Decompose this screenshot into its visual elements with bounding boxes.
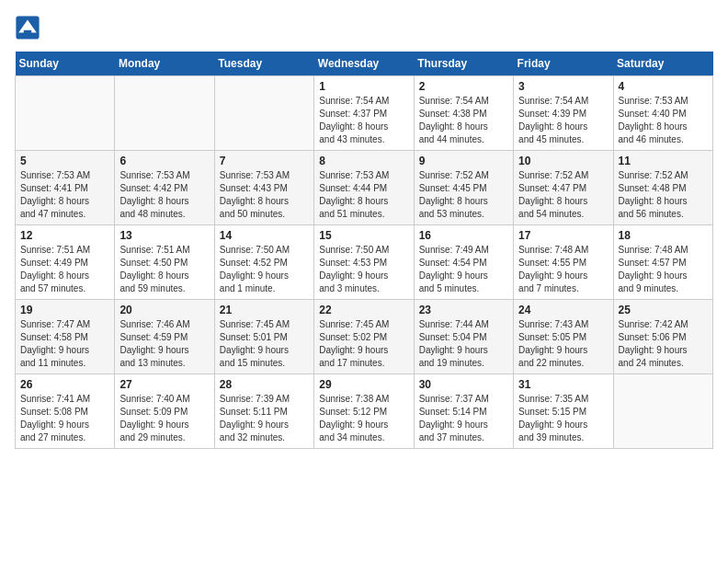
day-info: Sunrise: 7:48 AM Sunset: 4:57 PM Dayligh… xyxy=(619,244,708,295)
day-number: 24 xyxy=(518,304,608,316)
calendar-cell: 21Sunrise: 7:45 AM Sunset: 5:01 PM Dayli… xyxy=(214,300,313,374)
day-number: 9 xyxy=(419,155,508,167)
day-number: 25 xyxy=(619,304,708,316)
day-header-wednesday: Wednesday xyxy=(314,52,414,76)
calendar-table: SundayMondayTuesdayWednesdayThursdayFrid… xyxy=(15,52,713,449)
day-info: Sunrise: 7:52 AM Sunset: 4:47 PM Dayligh… xyxy=(518,169,608,221)
calendar-cell xyxy=(214,76,313,151)
day-info: Sunrise: 7:53 AM Sunset: 4:41 PM Dayligh… xyxy=(20,169,109,221)
day-number: 15 xyxy=(319,229,408,242)
day-header-row: SundayMondayTuesdayWednesdayThursdayFrid… xyxy=(16,52,713,76)
calendar-cell: 3Sunrise: 7:54 AM Sunset: 4:39 PM Daylig… xyxy=(514,76,613,151)
day-header-friday: Friday xyxy=(514,52,613,76)
calendar-cell xyxy=(16,76,115,151)
logo-icon xyxy=(15,15,40,40)
day-info: Sunrise: 7:52 AM Sunset: 4:48 PM Dayligh… xyxy=(619,169,708,221)
calendar-cell: 15Sunrise: 7:50 AM Sunset: 4:53 PM Dayli… xyxy=(314,225,414,300)
calendar-cell: 13Sunrise: 7:51 AM Sunset: 4:50 PM Dayli… xyxy=(115,225,214,300)
day-info: Sunrise: 7:45 AM Sunset: 5:01 PM Dayligh… xyxy=(220,318,309,370)
day-info: Sunrise: 7:38 AM Sunset: 5:12 PM Dayligh… xyxy=(319,393,408,444)
calendar-cell: 17Sunrise: 7:48 AM Sunset: 4:55 PM Dayli… xyxy=(514,225,613,300)
day-number: 19 xyxy=(20,304,109,316)
day-info: Sunrise: 7:54 AM Sunset: 4:37 PM Dayligh… xyxy=(319,95,408,146)
day-number: 5 xyxy=(20,155,109,167)
day-info: Sunrise: 7:53 AM Sunset: 4:44 PM Dayligh… xyxy=(319,169,408,221)
calendar-cell: 5Sunrise: 7:53 AM Sunset: 4:41 PM Daylig… xyxy=(16,151,115,225)
day-info: Sunrise: 7:47 AM Sunset: 4:58 PM Dayligh… xyxy=(20,318,109,370)
day-info: Sunrise: 7:50 AM Sunset: 4:52 PM Dayligh… xyxy=(220,244,309,295)
calendar-cell: 2Sunrise: 7:54 AM Sunset: 4:38 PM Daylig… xyxy=(414,76,513,151)
day-info: Sunrise: 7:51 AM Sunset: 4:49 PM Dayligh… xyxy=(20,244,109,295)
calendar-cell: 12Sunrise: 7:51 AM Sunset: 4:49 PM Dayli… xyxy=(16,225,115,300)
calendar-cell: 27Sunrise: 7:40 AM Sunset: 5:09 PM Dayli… xyxy=(115,374,214,449)
calendar-cell: 28Sunrise: 7:39 AM Sunset: 5:11 PM Dayli… xyxy=(214,374,313,449)
day-info: Sunrise: 7:53 AM Sunset: 4:43 PM Dayligh… xyxy=(220,169,309,221)
day-number: 2 xyxy=(419,80,508,93)
calendar-week-5: 26Sunrise: 7:41 AM Sunset: 5:08 PM Dayli… xyxy=(16,374,713,449)
day-info: Sunrise: 7:40 AM Sunset: 5:09 PM Dayligh… xyxy=(119,393,209,444)
day-number: 20 xyxy=(119,304,209,316)
day-header-saturday: Saturday xyxy=(613,52,712,76)
day-number: 12 xyxy=(20,229,109,242)
calendar-cell: 11Sunrise: 7:52 AM Sunset: 4:48 PM Dayli… xyxy=(613,151,712,225)
day-info: Sunrise: 7:39 AM Sunset: 5:11 PM Dayligh… xyxy=(220,393,309,444)
day-number: 3 xyxy=(518,80,608,93)
calendar-cell: 22Sunrise: 7:45 AM Sunset: 5:02 PM Dayli… xyxy=(314,300,414,374)
day-info: Sunrise: 7:54 AM Sunset: 4:38 PM Dayligh… xyxy=(419,95,508,146)
day-info: Sunrise: 7:45 AM Sunset: 5:02 PM Dayligh… xyxy=(319,318,408,370)
day-number: 22 xyxy=(319,304,408,316)
calendar-cell xyxy=(115,76,214,151)
calendar-week-1: 1Sunrise: 7:54 AM Sunset: 4:37 PM Daylig… xyxy=(16,76,713,151)
day-number: 4 xyxy=(619,80,708,93)
day-number: 29 xyxy=(319,378,408,391)
day-number: 27 xyxy=(119,378,209,391)
calendar-cell: 1Sunrise: 7:54 AM Sunset: 4:37 PM Daylig… xyxy=(314,76,414,151)
day-number: 16 xyxy=(419,229,508,242)
day-number: 26 xyxy=(20,378,109,391)
day-info: Sunrise: 7:41 AM Sunset: 5:08 PM Dayligh… xyxy=(20,393,109,444)
calendar-cell xyxy=(613,374,712,449)
day-info: Sunrise: 7:53 AM Sunset: 4:40 PM Dayligh… xyxy=(619,95,708,146)
day-number: 7 xyxy=(220,155,309,167)
calendar-cell: 4Sunrise: 7:53 AM Sunset: 4:40 PM Daylig… xyxy=(613,76,712,151)
day-number: 18 xyxy=(619,229,708,242)
calendar-cell: 31Sunrise: 7:35 AM Sunset: 5:15 PM Dayli… xyxy=(514,374,613,449)
day-info: Sunrise: 7:46 AM Sunset: 4:59 PM Dayligh… xyxy=(119,318,209,370)
day-header-tuesday: Tuesday xyxy=(214,52,313,76)
day-info: Sunrise: 7:43 AM Sunset: 5:05 PM Dayligh… xyxy=(518,318,608,370)
calendar-cell: 24Sunrise: 7:43 AM Sunset: 5:05 PM Dayli… xyxy=(514,300,613,374)
day-info: Sunrise: 7:42 AM Sunset: 5:06 PM Dayligh… xyxy=(619,318,708,370)
calendar-cell: 30Sunrise: 7:37 AM Sunset: 5:14 PM Dayli… xyxy=(414,374,513,449)
calendar-cell: 26Sunrise: 7:41 AM Sunset: 5:08 PM Dayli… xyxy=(16,374,115,449)
day-info: Sunrise: 7:35 AM Sunset: 5:15 PM Dayligh… xyxy=(518,393,608,444)
calendar-cell: 10Sunrise: 7:52 AM Sunset: 4:47 PM Dayli… xyxy=(514,151,613,225)
calendar-cell: 29Sunrise: 7:38 AM Sunset: 5:12 PM Dayli… xyxy=(314,374,414,449)
page-header xyxy=(15,15,713,40)
calendar-cell: 16Sunrise: 7:49 AM Sunset: 4:54 PM Dayli… xyxy=(414,225,513,300)
day-number: 28 xyxy=(220,378,309,391)
day-info: Sunrise: 7:49 AM Sunset: 4:54 PM Dayligh… xyxy=(419,244,508,295)
day-number: 23 xyxy=(419,304,508,316)
day-number: 30 xyxy=(419,378,508,391)
day-info: Sunrise: 7:54 AM Sunset: 4:39 PM Dayligh… xyxy=(518,95,608,146)
day-info: Sunrise: 7:52 AM Sunset: 4:45 PM Dayligh… xyxy=(419,169,508,221)
calendar-cell: 25Sunrise: 7:42 AM Sunset: 5:06 PM Dayli… xyxy=(613,300,712,374)
calendar-cell: 18Sunrise: 7:48 AM Sunset: 4:57 PM Dayli… xyxy=(613,225,712,300)
calendar-week-4: 19Sunrise: 7:47 AM Sunset: 4:58 PM Dayli… xyxy=(16,300,713,374)
day-number: 17 xyxy=(518,229,608,242)
svg-rect-2 xyxy=(24,30,31,34)
day-header-sunday: Sunday xyxy=(16,52,115,76)
day-number: 11 xyxy=(619,155,708,167)
calendar-week-3: 12Sunrise: 7:51 AM Sunset: 4:49 PM Dayli… xyxy=(16,225,713,300)
day-number: 6 xyxy=(119,155,209,167)
day-info: Sunrise: 7:53 AM Sunset: 4:42 PM Dayligh… xyxy=(119,169,209,221)
day-number: 14 xyxy=(220,229,309,242)
logo xyxy=(15,15,44,40)
calendar-cell: 9Sunrise: 7:52 AM Sunset: 4:45 PM Daylig… xyxy=(414,151,513,225)
day-number: 1 xyxy=(319,80,408,93)
day-info: Sunrise: 7:48 AM Sunset: 4:55 PM Dayligh… xyxy=(518,244,608,295)
calendar-cell: 6Sunrise: 7:53 AM Sunset: 4:42 PM Daylig… xyxy=(115,151,214,225)
day-number: 8 xyxy=(319,155,408,167)
calendar-cell: 7Sunrise: 7:53 AM Sunset: 4:43 PM Daylig… xyxy=(214,151,313,225)
day-info: Sunrise: 7:51 AM Sunset: 4:50 PM Dayligh… xyxy=(119,244,209,295)
